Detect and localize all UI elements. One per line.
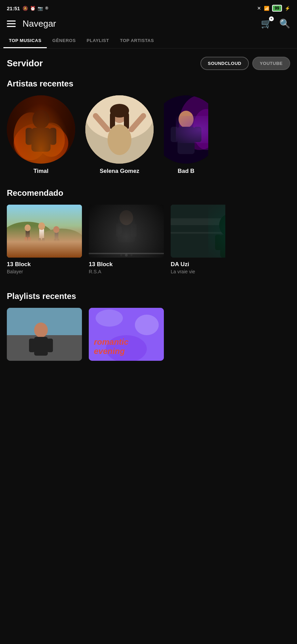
rec-song-13block2: R.S.A [89, 269, 164, 274]
artist-item-selena[interactable]: Selena Gomez [85, 95, 154, 175]
svg-point-68 [96, 310, 123, 327]
svg-rect-23 [171, 127, 178, 142]
artist-item-timal[interactable]: Timal [7, 95, 75, 175]
avatar-selena [85, 95, 154, 164]
svg-rect-6 [26, 128, 32, 145]
tab-top-musicas[interactable]: TOP MUSICAS [3, 33, 47, 48]
svg-point-27 [7, 222, 55, 256]
tabs-bar: TOP MUSICAS GÊNEROS PLAYLIST TOP ARTISTA… [0, 33, 297, 49]
artist-name-bad: Bad B [178, 168, 194, 175]
rec-item-13block2[interactable]: 13 Block R.S.A [89, 205, 164, 274]
svg-rect-46 [116, 223, 122, 237]
svg-rect-43 [89, 205, 164, 258]
tab-generos[interactable]: GÊNEROS [47, 33, 81, 48]
svg-point-69 [135, 315, 159, 335]
svg-rect-56 [220, 235, 225, 258]
timal-avatar-svg [7, 95, 75, 164]
playlist-item-1[interactable] [7, 308, 82, 364]
rec-item-dauzi[interactable]: DA Uzi La vraie vie [171, 205, 225, 274]
status-notification-icons: 🔕 ⏰ 📷 ® [23, 6, 48, 11]
svg-point-45 [119, 210, 133, 225]
rec-thumb-13block2 [89, 205, 164, 258]
svg-point-4 [32, 110, 50, 129]
svg-rect-59 [171, 205, 225, 258]
recs-row: 13 Block Balayer [7, 205, 290, 274]
svg-rect-35 [42, 238, 45, 248]
svg-rect-5 [31, 128, 51, 152]
svg-point-1 [14, 123, 68, 164]
tab-top-artistas[interactable]: TOP ARTISTAS [115, 33, 159, 48]
artistas-recentes-section: Artistas recentes [0, 76, 297, 181]
status-bar: 21:51 🔕 ⏰ 📷 ® ✕ 📶 99 ⚡ [0, 0, 297, 15]
thumb-13block2-svg [89, 205, 164, 258]
servidor-title: Servidor [7, 58, 43, 69]
avatar-bad [164, 95, 208, 164]
svg-point-32 [25, 224, 31, 231]
svg-point-36 [38, 222, 45, 230]
servidor-section: Servidor SOUNDCLOUD YOUTUBE [0, 49, 297, 76]
svg-point-21 [179, 111, 194, 128]
svg-rect-24 [194, 127, 201, 142]
svg-point-51 [130, 254, 132, 256]
artist-name-selena: Selena Gomez [100, 168, 139, 175]
cart-button[interactable]: 🛒 + [261, 18, 272, 29]
thumb-dauzi-svg [171, 205, 225, 258]
main-content: Servidor SOUNDCLOUD YOUTUBE Artistas rec… [0, 49, 297, 370]
svg-point-15 [108, 124, 131, 155]
svg-point-2 [14, 112, 48, 160]
page-title: Navegar [23, 18, 56, 29]
servidor-buttons: SOUNDCLOUD YOUTUBE [200, 57, 290, 70]
hamburger-menu[interactable] [7, 20, 16, 27]
svg-point-40 [53, 226, 59, 233]
playlists-row: romanticevening [7, 308, 290, 364]
status-right-icons: ✕ 📶 99 ⚡ [257, 5, 290, 12]
rec-song-13block1: Balayer [7, 269, 82, 274]
tab-playlist[interactable]: PLAYLIST [81, 33, 115, 48]
svg-rect-7 [50, 128, 56, 145]
svg-point-63 [34, 323, 48, 338]
svg-point-28 [38, 229, 82, 256]
header-right: 🛒 + 🔍 [261, 18, 290, 29]
bolt-icon: ⚡ [285, 6, 290, 11]
rec-artist-13block1: 13 Block [7, 261, 82, 268]
recomendado-title: Recomendado [7, 188, 290, 198]
svg-rect-57 [215, 235, 221, 250]
svg-rect-65 [29, 339, 35, 352]
tag-icon: ® [45, 6, 48, 11]
rec-song-dauzi: La vraie vie [171, 269, 225, 274]
playlist-thumb-1 [7, 308, 82, 361]
camera-icon: 📷 [38, 6, 43, 11]
battery-indicator: 99 [272, 5, 282, 12]
mute-icon: 🔕 [23, 6, 28, 11]
artist-item-bad[interactable]: Bad B [164, 95, 208, 175]
soundcloud-button[interactable]: SOUNDCLOUD [200, 57, 249, 70]
youtube-button[interactable]: YOUTUBE [252, 57, 290, 70]
artists-row: Timal [7, 95, 290, 175]
rec-item-13block1[interactable]: 13 Block Balayer [7, 205, 82, 274]
svg-point-50 [120, 254, 122, 256]
playlists-recentes-title: Playlists recentes [7, 291, 290, 301]
playlist-thumb-2: romanticevening [89, 308, 164, 361]
svg-rect-44 [118, 218, 135, 242]
search-button[interactable]: 🔍 [279, 18, 290, 29]
svg-rect-66 [47, 339, 53, 352]
playlist1-svg [7, 308, 82, 361]
rec-thumb-13block1 [7, 205, 82, 258]
svg-rect-22 [178, 127, 195, 154]
cart-badge: + [269, 16, 274, 21]
rec-artist-13block2: 13 Block [89, 261, 164, 268]
selena-avatar-svg [85, 95, 154, 164]
avatar-timal [7, 95, 75, 164]
playlist-item-2[interactable]: romanticevening [89, 308, 164, 364]
app-header: Navegar 🛒 + 🔍 [0, 15, 297, 33]
romantic-evening-text: romanticevening [94, 338, 128, 356]
status-time: 21:51 [7, 5, 20, 11]
svg-rect-41 [89, 205, 164, 258]
svg-rect-47 [131, 223, 137, 237]
svg-rect-39 [57, 239, 59, 247]
x-icon: ✕ [257, 5, 261, 11]
svg-point-48 [117, 226, 122, 234]
header-left: Navegar [7, 18, 56, 29]
svg-rect-38 [54, 239, 56, 247]
svg-rect-31 [28, 237, 31, 247]
